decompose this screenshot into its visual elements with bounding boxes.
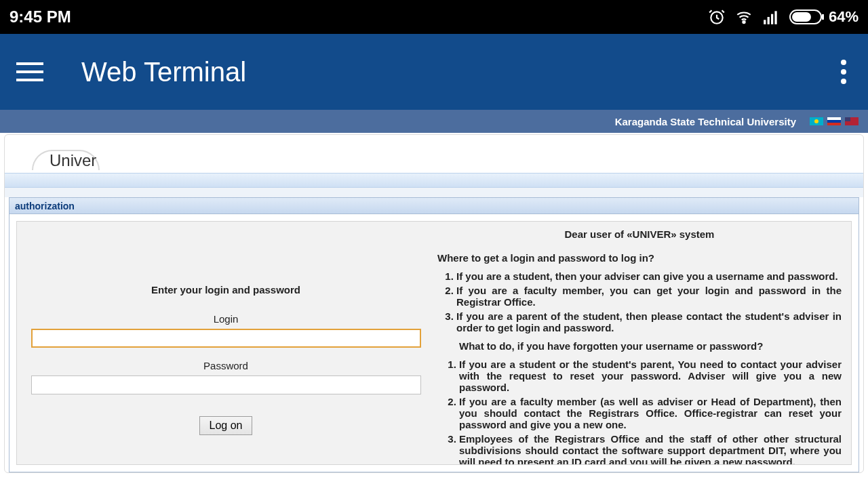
list-item: If you are a student or the student's pa… [459,359,842,393]
svg-rect-4 [771,14,773,24]
top-ribbon: Karaganda State Technical University [0,110,868,133]
svg-rect-5 [774,11,776,24]
logo-row: Univer [5,135,863,173]
menu-icon[interactable] [16,62,43,81]
list-item: If you are a student, then your adviser … [456,270,842,282]
lang-russian-flag-icon[interactable] [827,117,841,125]
svg-point-1 [743,21,745,23]
password-input[interactable] [31,375,421,394]
info-column: Dear user of «UNIVER» system Where to ge… [437,226,846,458]
logon-button[interactable]: Log on [199,416,253,435]
app-title: Web Terminal [81,57,246,87]
android-status-bar: 9:45 PM 64% [0,0,868,34]
info-question-2: What to do, if you have forgotten your u… [437,340,842,352]
info-list-2: If you are a student or the student's pa… [437,359,842,465]
header-strip [5,173,863,188]
logo-text: Univer [43,151,96,170]
wifi-icon [735,8,753,26]
signal-icon [762,8,780,26]
list-item: If you are a faculty member, you can get… [456,285,842,308]
battery-percent: 64% [829,8,859,26]
list-item: Employees of the Registrars Office and t… [459,433,842,465]
svg-rect-7 [792,12,811,22]
app-bar: Web Terminal [0,34,868,110]
list-item: If you are a parent of the student, then… [456,310,842,333]
lang-english-flag-icon[interactable] [845,117,859,125]
lang-kazakh-flag-icon[interactable] [810,117,823,125]
svg-rect-2 [764,20,766,24]
page-card: Univer authorization Enter your login an… [4,134,864,473]
login-label: Login [214,313,239,325]
overflow-menu-icon[interactable] [835,54,852,89]
login-form: Enter your login and password Login Pass… [22,226,429,458]
authorization-panel: authorization Enter your login and passw… [9,197,859,472]
info-question-1: Where to get a login and password to log… [437,252,842,264]
login-heading: Enter your login and password [151,284,300,296]
password-label: Password [203,360,248,371]
info-greeting: Dear user of «UNIVER» system [437,228,842,240]
status-time: 9:45 PM [9,7,71,26]
login-input[interactable] [31,329,421,348]
alarm-icon [708,8,726,26]
svg-rect-3 [768,17,770,24]
svg-rect-8 [822,14,824,20]
panel-title: authorization [9,198,859,214]
list-item: If you are a faculty member (as well as … [459,396,842,430]
info-list-1: If you are a student, then your adviser … [437,270,842,333]
university-name: Karaganda State Technical University [615,116,796,127]
battery-icon: 64% [789,8,859,26]
